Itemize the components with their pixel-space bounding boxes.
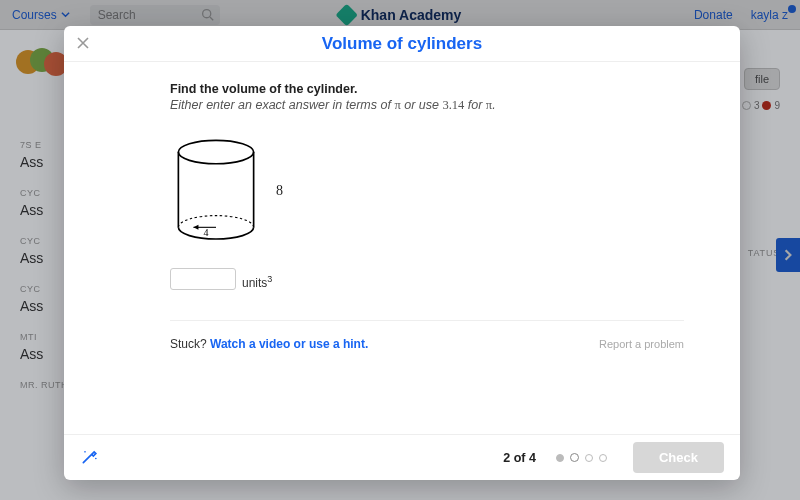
prompt-line-2: Either enter an exact answer in terms of… bbox=[170, 98, 684, 113]
answer-input[interactable] bbox=[170, 268, 236, 290]
exercise-modal: Volume of cylinders Find the volume of t… bbox=[64, 26, 740, 480]
stuck-prompt: Stuck? Watch a video or use a hint. bbox=[170, 337, 368, 351]
modal-footer: 2 of 4 Check bbox=[64, 434, 740, 480]
progress-dot-icon bbox=[556, 454, 564, 462]
close-button[interactable] bbox=[76, 36, 92, 52]
svg-point-9 bbox=[95, 457, 97, 459]
cylinder-figure: 4 8 bbox=[170, 137, 684, 246]
hint-link[interactable]: Watch a video or use a hint. bbox=[210, 337, 368, 351]
scratchpad-button[interactable] bbox=[80, 446, 100, 470]
modal-body: Find the volume of the cylinder. Either … bbox=[64, 62, 740, 434]
units-label: units3 bbox=[242, 274, 272, 290]
cylinder-icon: 4 bbox=[170, 137, 262, 246]
modal-header: Volume of cylinders bbox=[64, 26, 740, 62]
progress-dots bbox=[556, 453, 607, 462]
divider bbox=[170, 320, 684, 321]
svg-point-2 bbox=[178, 140, 253, 163]
progress-dot-icon bbox=[570, 453, 579, 462]
answer-row: units3 bbox=[170, 268, 684, 290]
svg-marker-6 bbox=[193, 225, 198, 230]
progress-text: 2 of 4 bbox=[503, 451, 536, 465]
svg-text:4: 4 bbox=[203, 227, 208, 238]
progress-dot-icon bbox=[585, 454, 593, 462]
modal-title: Volume of cylinders bbox=[322, 34, 482, 54]
close-icon bbox=[76, 36, 90, 50]
report-problem-link[interactable]: Report a problem bbox=[599, 338, 684, 350]
wand-icon bbox=[80, 446, 100, 466]
height-label: 8 bbox=[276, 183, 283, 199]
prompt-line-1: Find the volume of the cylinder. bbox=[170, 82, 684, 96]
svg-point-8 bbox=[84, 451, 86, 453]
check-button[interactable]: Check bbox=[633, 442, 724, 473]
progress-dot-icon bbox=[599, 454, 607, 462]
help-row: Stuck? Watch a video or use a hint. Repo… bbox=[170, 337, 684, 351]
